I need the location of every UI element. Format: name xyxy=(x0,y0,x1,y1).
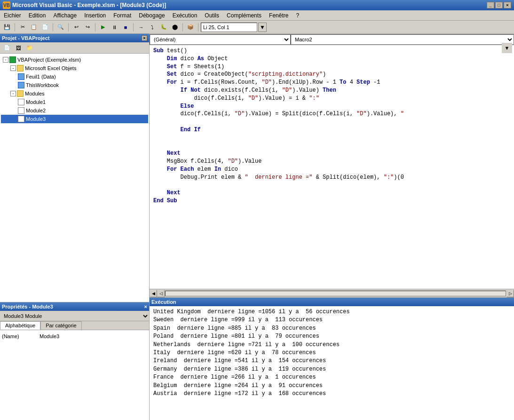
copy-button[interactable]: 📋 xyxy=(29,22,39,32)
code-scrollbar: ◀ ◁ ▷ xyxy=(150,289,514,298)
tree-excel-objects[interactable]: - Microsoft Excel Objets xyxy=(1,64,148,72)
properties-object-select[interactable]: Module3 Module xyxy=(0,311,149,321)
exec-line-1: United Kingdom derniere ligne =1056 il y… xyxy=(153,308,510,316)
module1-label: Module1 xyxy=(26,99,46,105)
code-line: Else xyxy=(153,103,510,111)
minimize-button[interactable]: _ xyxy=(487,2,494,8)
toggle-folders-btn[interactable]: 📁 xyxy=(24,43,35,53)
code-procedure-combo[interactable]: Macro2 xyxy=(291,34,514,45)
menu-insertion[interactable]: Insertion xyxy=(80,11,110,20)
root-label: VBAProject (Exemple.xlsm) xyxy=(17,57,81,63)
code-editor[interactable]: Sub test() Dim dico As Object Set f = Sh… xyxy=(150,45,514,289)
properties-title: Propriétés - Module3 xyxy=(2,304,53,309)
folder-icon xyxy=(17,65,24,71)
code-line: Next xyxy=(153,189,510,197)
stepover-button[interactable]: ⤵ xyxy=(147,22,158,32)
menu-help[interactable]: ? xyxy=(292,11,303,20)
close-button[interactable]: × xyxy=(504,2,511,8)
project-toolbar: 📄 🖼 📁 ▼ xyxy=(0,42,149,54)
title-bar: VB Microsoft Visual Basic - Exemple.xlsm… xyxy=(0,0,514,10)
sep1 xyxy=(15,23,15,32)
menu-complements[interactable]: Compléments xyxy=(223,11,265,20)
modules-expand[interactable]: - xyxy=(10,91,16,96)
menu-format[interactable]: Format xyxy=(110,11,135,20)
excel-objects-label: Microsoft Excel Objets xyxy=(25,65,76,71)
view-code-btn[interactable]: 📄 xyxy=(2,43,12,53)
redo-button[interactable]: ↪ xyxy=(82,22,93,32)
sep2 xyxy=(53,23,53,32)
project-panel-close[interactable]: × xyxy=(142,35,147,41)
code-line xyxy=(153,142,510,150)
menu-edition[interactable]: Edition xyxy=(25,11,50,20)
paste-button[interactable]: 📄 xyxy=(40,22,50,32)
project-tree: - VBAProject (Exemple.xlsm) - Microsoft … xyxy=(0,54,149,302)
cut-button[interactable]: ✂ xyxy=(17,22,28,32)
tree-module1[interactable]: Module1 xyxy=(1,98,148,106)
module2-icon xyxy=(18,107,24,114)
tree-module2[interactable]: Module2 xyxy=(1,106,148,115)
right-panel: (Général) Macro2 Sub test() Dim dico As … xyxy=(150,34,514,420)
tab-alphabetique[interactable]: Alphabétique xyxy=(0,321,40,330)
menu-execution[interactable]: Exécution xyxy=(169,11,201,20)
exec-line-8: Germany derniere ligne =386 il y a 119 o… xyxy=(153,365,510,373)
property-name-row: (Name) Module3 xyxy=(2,332,147,341)
restore-button[interactable]: □ xyxy=(495,2,503,8)
root-expand[interactable]: - xyxy=(3,57,8,63)
code-line: If Not dico.exists(f.Cells(i, "D").Value… xyxy=(153,87,510,95)
object-browser[interactable]: 📦 xyxy=(185,22,196,32)
window-controls: _ □ × xyxy=(487,2,511,8)
tree-feuil1[interactable]: Feuil1 (Data) xyxy=(1,72,148,81)
project-dropdown[interactable]: ▼ xyxy=(502,43,512,53)
view-object-btn[interactable]: 🖼 xyxy=(13,43,24,53)
toolbar: 💾 ✂ 📋 📄 🔍 ↩ ↪ ▶ ⏸ ■ → ⤵ 🐛 ⬤ 📦 Li 25, Col… xyxy=(0,21,514,34)
tab-par-categorie[interactable]: Par catégorie xyxy=(40,321,81,330)
tree-thisworkbook[interactable]: ThisWorkbook xyxy=(1,81,148,89)
tree-modules[interactable]: - Modules xyxy=(1,89,148,98)
find-button[interactable]: 🔍 xyxy=(55,22,66,32)
menu-fenetre[interactable]: Fenêtre xyxy=(265,11,292,20)
properties-close[interactable]: × xyxy=(144,304,147,309)
window-title: Microsoft Visual Basic - Exemple.xlsm - … xyxy=(12,2,487,8)
scroll-prev-btn[interactable]: ◁ xyxy=(157,290,165,297)
thisworkbook-label: ThisWorkbook xyxy=(26,82,59,88)
properties-panel: Propriétés - Module3 × Module3 Module Al… xyxy=(0,302,149,420)
menu-outils[interactable]: Outils xyxy=(201,11,223,20)
debug-button[interactable]: 🐛 xyxy=(158,22,169,32)
run-button[interactable]: ▶ xyxy=(98,22,108,32)
excel-objects-expand[interactable]: - xyxy=(10,65,16,71)
menu-affichage[interactable]: Affichage xyxy=(49,11,80,20)
tree-root[interactable]: - VBAProject (Exemple.xlsm) xyxy=(1,55,148,64)
code-line xyxy=(153,182,510,190)
code-line: MsgBox f.Cells(4, "D").Value xyxy=(153,158,510,166)
stop-button[interactable]: ■ xyxy=(120,22,131,32)
code-context-combo[interactable]: (Général) xyxy=(150,34,291,45)
menu-debogage[interactable]: Débogage xyxy=(135,11,168,20)
excel-icon xyxy=(9,56,16,63)
scroll-left-btn[interactable]: ◀ xyxy=(150,290,157,297)
step-button[interactable]: → xyxy=(136,22,146,32)
menu-fichier[interactable]: Eichier xyxy=(0,11,25,20)
scroll-right-btn[interactable]: ▷ xyxy=(506,290,514,297)
code-header: (Général) Macro2 xyxy=(150,34,514,45)
scroll-track[interactable] xyxy=(165,291,506,296)
code-line xyxy=(153,118,510,126)
code-line: Sub test() xyxy=(153,47,510,55)
code-line: Next xyxy=(153,150,510,158)
code-line: dico(f.Cells(i, "D").Value) = Split(dico… xyxy=(153,110,510,118)
sep5 xyxy=(133,23,134,32)
code-line: End If xyxy=(153,126,510,134)
execution-header: Exécution xyxy=(150,298,514,306)
code-line: dico(f.Cells(i, "D").Value) = i & ":" xyxy=(153,95,510,103)
line-indicator-dropdown[interactable]: ▼ xyxy=(258,23,267,32)
undo-button[interactable]: ↩ xyxy=(71,22,81,32)
module3-icon xyxy=(18,116,24,122)
breakpoint-button[interactable]: ⬤ xyxy=(170,22,180,32)
save-button[interactable]: 💾 xyxy=(2,22,12,32)
tree-module3[interactable]: Module3 xyxy=(1,115,148,123)
feuil1-label: Feuil1 (Data) xyxy=(26,74,56,79)
pause-button[interactable]: ⏸ xyxy=(109,22,119,32)
project-panel: Projet - VBAProject × 📄 🖼 📁 ▼ - VBAProje… xyxy=(0,34,149,302)
exec-line-9: France derniere ligne =266 il y a 1 occu… xyxy=(153,373,510,381)
module2-label: Module2 xyxy=(26,108,46,113)
code-line: For Each elem In dico xyxy=(153,166,510,174)
